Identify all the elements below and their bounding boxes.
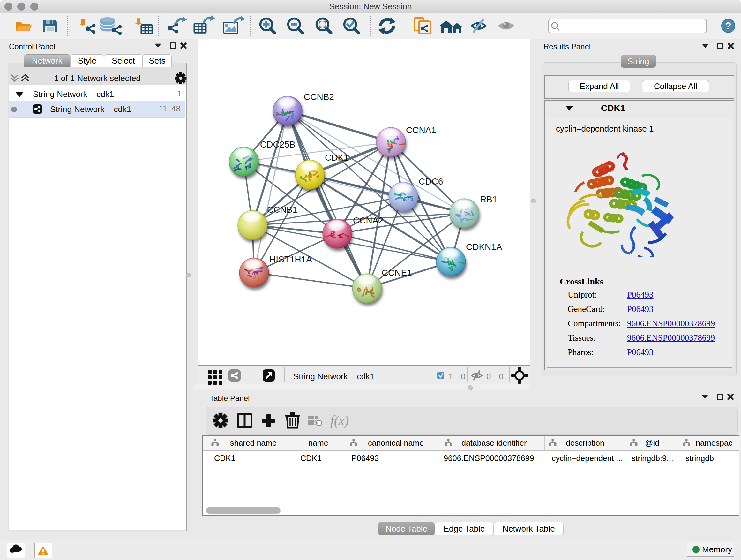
svg-text:HIST1H1A: HIST1H1A — [269, 254, 312, 264]
svg-text:RB1: RB1 — [480, 194, 497, 204]
svg-text:?: ? — [725, 20, 731, 32]
svg-text:CDKN1A: CDKN1A — [466, 242, 502, 252]
svg-text:CDK1: CDK1 — [325, 152, 349, 163]
svg-text:CCNA2: CCNA2 — [353, 215, 383, 226]
svg-text:CCNB2: CCNB2 — [304, 92, 334, 102]
svg-text:CCNE1: CCNE1 — [382, 268, 412, 278]
svg-text:CCNA1: CCNA1 — [406, 125, 436, 135]
svg-text:CDC6: CDC6 — [419, 177, 443, 186]
svg-text:CDC25B: CDC25B — [260, 139, 295, 149]
svg-text:CCNB1: CCNB1 — [267, 205, 297, 214]
